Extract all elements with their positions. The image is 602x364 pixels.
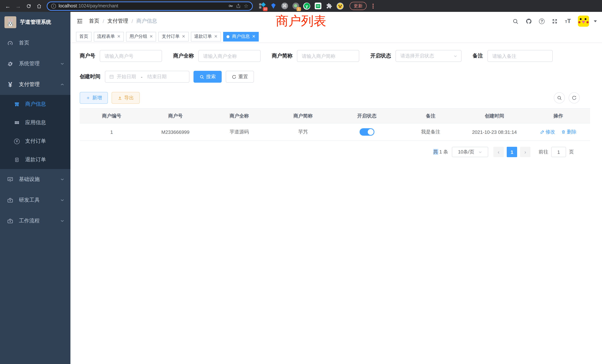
delete-link[interactable]: 删除	[561, 129, 577, 135]
tab-manager-extension-icon[interactable]: 10	[259, 2, 266, 10]
breadcrumb-pay[interactable]: 支付管理	[108, 18, 128, 24]
tab-refund-order[interactable]: 退款订单✕	[191, 32, 221, 41]
close-icon[interactable]: ✕	[252, 34, 255, 39]
prev-page-button[interactable]: ‹	[493, 147, 504, 157]
tab-process-form[interactable]: 流程表单✕	[94, 32, 124, 41]
col-merchant-no: 商户号	[143, 108, 207, 123]
date-end-placeholder[interactable]: 结束日期	[147, 73, 167, 80]
page-number-1[interactable]: 1	[507, 147, 517, 157]
reload-icon[interactable]	[24, 2, 33, 10]
pagination: 共 1 条 10条/页 ‹ 1 › 前往 页	[80, 147, 590, 157]
forward-icon[interactable]: →	[14, 2, 22, 10]
col-remark: 备注	[399, 108, 462, 123]
reset-button[interactable]: 重置	[226, 71, 254, 83]
add-button[interactable]: ＋ 新增	[80, 92, 108, 104]
close-icon[interactable]: ✕	[149, 34, 153, 39]
close-icon[interactable]: ✕	[117, 34, 120, 39]
merchant-name-input[interactable]	[198, 50, 261, 62]
breadcrumb-home[interactable]: 首页	[89, 18, 99, 24]
user-avatar[interactable]	[578, 16, 589, 27]
sidebar-item-system[interactable]: 系统管理	[0, 53, 70, 74]
app-title: 芋道管理系统	[20, 19, 51, 26]
site-info-icon[interactable]: i	[51, 3, 56, 8]
sidebar-item-pay[interactable]: ¥ 支付管理	[0, 74, 70, 95]
help-icon[interactable]: ?	[539, 18, 545, 24]
command-extension-icon[interactable]: ⌘	[281, 2, 288, 10]
status-select[interactable]: 请选择开启状态	[396, 50, 462, 62]
screen: ← → i localhost :1024/pay/merchant ☆	[0, 0, 602, 364]
date-range-picker[interactable]: 开始日期 - 结束日期	[105, 71, 189, 83]
merchant-no-label: 商户号	[80, 53, 95, 59]
sidebar-item-refund-order[interactable]: 退款订单	[0, 150, 70, 169]
sidebar-item-label: 应用信息	[25, 119, 46, 126]
table-header-row: 商户编号 商户号 商户全称 商户简称 开启状态 备注 创建时间 操作	[80, 108, 590, 123]
extensions-puzzle-icon[interactable]	[325, 2, 333, 10]
date-start-placeholder[interactable]: 开始日期	[117, 73, 136, 80]
page-size-select[interactable]: 10条/页	[452, 147, 488, 157]
remark-input[interactable]	[487, 50, 553, 62]
fullscreen-icon[interactable]	[552, 18, 558, 24]
bookmark-star-icon[interactable]: ☆	[244, 3, 248, 9]
chat-extension-icon[interactable]	[314, 2, 321, 10]
sidebar-item-dev-tools[interactable]: 研发工具	[0, 190, 70, 211]
app-logo-row[interactable]: 🐰 芋道管理系统	[0, 12, 70, 33]
avatar-caret-icon[interactable]	[594, 20, 597, 22]
blue-gem-extension-icon[interactable]	[270, 2, 277, 10]
home-icon[interactable]	[35, 2, 43, 10]
tab-merchant-info[interactable]: 商户信息✕	[223, 32, 259, 41]
col-create-time: 创建时间	[463, 108, 526, 123]
merchant-short-input[interactable]	[297, 50, 359, 62]
tab-user-group[interactable]: 用户分组✕	[126, 32, 156, 41]
close-icon[interactable]: ✕	[182, 34, 185, 39]
sidebar-collapse-icon[interactable]	[70, 12, 89, 30]
refresh-table-button[interactable]	[569, 92, 580, 103]
cell-short-name: 芋艿	[271, 123, 335, 141]
back-icon[interactable]: ←	[4, 2, 12, 10]
session-extension-icon[interactable]: 1	[292, 2, 299, 10]
goto-page-input[interactable]	[551, 147, 566, 157]
sidebar-item-app-info[interactable]: 应用信息	[0, 113, 70, 132]
share-icon[interactable]	[236, 3, 241, 9]
address-bar[interactable]: i localhost :1024/pay/merchant ☆	[47, 1, 253, 11]
github-icon[interactable]	[526, 18, 532, 24]
sidebar-item-workflow[interactable]: 工作流程	[0, 211, 70, 231]
chevron-down-icon	[60, 198, 64, 202]
profile-avatar-icon[interactable]	[337, 2, 344, 10]
export-button[interactable]: 导出	[112, 92, 140, 104]
status-toggle[interactable]	[359, 128, 374, 136]
font-size-icon[interactable]: TT	[565, 18, 571, 24]
sidebar-item-merchant-info[interactable]: 商户信息	[0, 95, 70, 113]
breadcrumb: 首页 / 支付管理 / 商户信息	[89, 18, 157, 24]
chevron-down-icon	[60, 62, 64, 66]
tab-pay-order[interactable]: 支付订单✕	[159, 32, 189, 41]
table-row: 1 M233666999 芋道源码 芋艿 我是备注 2021-10-23 08:…	[80, 123, 590, 141]
cell-create-time: 2021-10-23 08:31:14	[463, 123, 526, 141]
sidebar-item-pay-order[interactable]: ¥ 支付订单	[0, 132, 70, 150]
page-header: 首页 / 支付管理 / 商户信息 ?	[70, 12, 602, 30]
chevron-down-icon	[478, 150, 482, 154]
yudao-extension-icon[interactable]: y	[303, 2, 310, 10]
edit-link[interactable]: 修改	[540, 129, 555, 135]
trash-icon	[561, 130, 566, 134]
monitor-icon	[7, 176, 13, 182]
toggle-search-button[interactable]	[554, 92, 565, 103]
page-suffix: 页	[569, 149, 574, 155]
cell-actions: 修改 删除	[526, 123, 590, 141]
refresh-icon	[232, 74, 236, 79]
search-button[interactable]: 搜索	[194, 71, 222, 83]
close-icon[interactable]: ✕	[214, 34, 217, 39]
col-full-name: 商户全称	[207, 108, 271, 123]
chrome-update-button[interactable]: 更新	[350, 2, 367, 10]
password-key-icon[interactable]	[228, 3, 233, 9]
sidebar-item-infra[interactable]: 基础设施	[0, 169, 70, 190]
calendar-icon	[109, 74, 114, 79]
next-page-button[interactable]: ›	[520, 147, 530, 157]
sidebar-item-home[interactable]: 首页	[0, 33, 70, 53]
browser-menu-icon[interactable]	[370, 3, 376, 8]
document-icon	[14, 157, 20, 162]
header-search-icon[interactable]	[512, 18, 519, 24]
sidebar-item-label: 首页	[19, 40, 29, 46]
tab-home[interactable]: 首页	[76, 32, 92, 41]
search-icon	[199, 74, 204, 79]
merchant-no-input[interactable]	[100, 50, 162, 62]
